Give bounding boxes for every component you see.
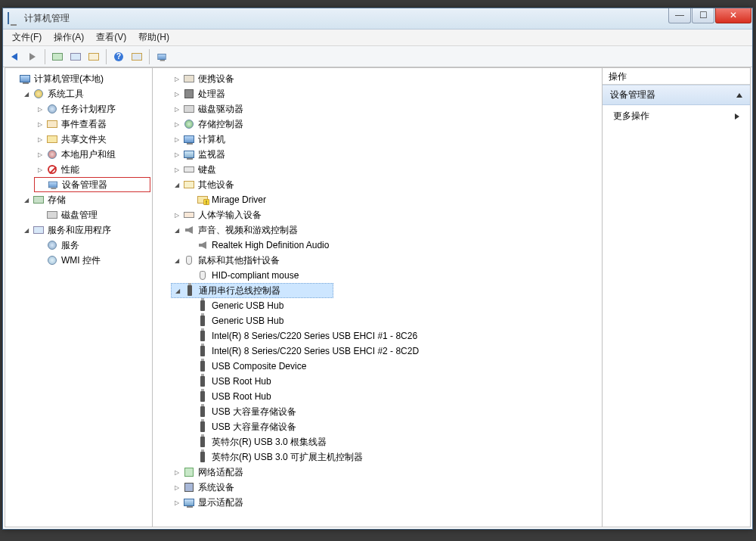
tree-local-users[interactable]: 本地用户和组: [34, 147, 150, 162]
label: 键盘: [198, 163, 216, 176]
label: 鼠标和其他指针设备: [198, 254, 280, 267]
cat-diskdrive[interactable]: 磁盘驱动器: [171, 101, 600, 117]
actions-pane: 操作 设备管理器 更多操作: [603, 68, 750, 527]
tree-performance[interactable]: 性能: [34, 162, 150, 177]
cat-portable[interactable]: 便携设备: [171, 71, 600, 86]
display-icon: [183, 496, 195, 508]
usb-device[interactable]: USB 大容量存储设备: [184, 404, 600, 419]
label: 磁盘驱动器: [198, 103, 243, 116]
usb-device[interactable]: USB Composite Device: [184, 359, 600, 374]
cat-display[interactable]: 显示适配器: [171, 495, 600, 510]
show-hide-tree-button[interactable]: [49, 48, 66, 65]
cat-usb[interactable]: 通用串行总线控制器: [171, 283, 333, 298]
tree-services[interactable]: 服务: [34, 238, 150, 253]
menu-help[interactable]: 帮助(H): [132, 30, 175, 45]
properties-button[interactable]: [85, 48, 102, 65]
left-pane[interactable]: 计算机管理(本地) 系统工具 任务计划程序 事件查看器 共享文件夹 本地用户和组…: [5, 68, 153, 527]
monitor-icon: [183, 148, 195, 160]
menu-file[interactable]: 文件(F): [6, 30, 48, 45]
tree-shared-folders[interactable]: 共享文件夹: [34, 132, 150, 147]
view-mode-button[interactable]: [67, 48, 84, 65]
cat-hid[interactable]: 人体学输入设备: [171, 207, 600, 222]
minimize-button[interactable]: —: [668, 8, 691, 23]
warn-icon: !: [197, 194, 209, 206]
tree-systemtools[interactable]: 系统工具: [20, 86, 150, 101]
tree-services-apps[interactable]: 服务和应用程序: [20, 222, 150, 238]
label: 存储: [48, 194, 66, 207]
maximize-button[interactable]: ☐: [692, 8, 714, 23]
clock-icon: [46, 103, 58, 115]
help-button[interactable]: ?: [110, 48, 127, 65]
actions-selected[interactable]: 设备管理器: [603, 85, 750, 105]
cpu-icon: [183, 88, 195, 100]
share-icon: [46, 133, 58, 145]
usb-icon: [184, 284, 196, 297]
cat-cpu[interactable]: 处理器: [171, 86, 600, 101]
usb-device[interactable]: Intel(R) 8 Series/C220 Series USB EHCI #…: [184, 328, 600, 344]
tree-task-scheduler[interactable]: 任务计划程序: [34, 101, 150, 117]
services-icon: [33, 224, 45, 236]
usb-device[interactable]: Intel(R) 8 Series/C220 Series USB EHCI #…: [184, 344, 600, 359]
tree-wmi[interactable]: WMI 控件: [34, 253, 150, 268]
cat-storage-ctl[interactable]: 存储控制器: [171, 117, 600, 132]
menu-view[interactable]: 查看(V): [90, 30, 132, 45]
help-icon: ?: [114, 52, 123, 61]
label: 事件查看器: [61, 118, 107, 131]
label: 人体学输入设备: [198, 209, 262, 222]
usb-device-list: Generic USB HubGeneric USB HubIntel(R) 8…: [171, 298, 600, 465]
tree-event-viewer[interactable]: 事件查看器: [34, 117, 150, 132]
tree-storage[interactable]: 存储: [20, 192, 150, 207]
usb-icon: [197, 300, 209, 312]
usb-device[interactable]: USB 大容量存储设备: [184, 419, 600, 434]
usb-icon: [197, 451, 209, 463]
cat-other[interactable]: 其他设备: [171, 177, 600, 192]
cat-sound[interactable]: 声音、视频和游戏控制器: [171, 222, 600, 238]
actions-more[interactable]: 更多操作: [603, 105, 750, 127]
label: USB Composite Device: [212, 361, 306, 372]
usb-device[interactable]: USB Root Hub: [184, 389, 600, 404]
titlebar: 计算机管理 — ☐ ✕: [3, 8, 752, 30]
back-button[interactable]: [6, 48, 23, 65]
toolbar-button-1[interactable]: [129, 48, 145, 65]
cat-mouse[interactable]: 鼠标和其他指针设备: [171, 253, 600, 268]
label: 便携设备: [198, 73, 234, 86]
tree-device-manager[interactable]: 设备管理器: [34, 177, 150, 192]
menubar: 文件(F) 操作(A) 查看(V) 帮助(H): [3, 30, 752, 46]
dev-hid-mouse[interactable]: HID-compliant mouse: [184, 268, 600, 283]
forward-button[interactable]: [24, 48, 41, 65]
disk-icon: [183, 103, 195, 115]
tree-root[interactable]: 计算机管理(本地): [7, 71, 150, 86]
props-icon: [88, 53, 99, 61]
cat-network[interactable]: 网络适配器: [171, 465, 600, 480]
tree-disk-mgmt[interactable]: 磁盘管理: [34, 207, 150, 222]
label: 磁盘管理: [61, 209, 98, 222]
actions-header: 操作: [603, 68, 750, 85]
label: 设备管理器: [610, 89, 655, 101]
portable-icon: [183, 73, 195, 85]
disk-icon: [46, 209, 58, 221]
cat-keyboard[interactable]: 键盘: [171, 162, 600, 177]
usb-device[interactable]: USB Root Hub: [184, 374, 600, 389]
dev-mirage-driver[interactable]: !Mirage Driver: [184, 192, 600, 207]
usb-device[interactable]: Generic USB Hub: [184, 313, 600, 328]
menu-action[interactable]: 操作(A): [48, 30, 90, 45]
arrow-right-icon: [29, 53, 36, 61]
cat-sysdev[interactable]: 系统设备: [171, 480, 600, 495]
middle-pane[interactable]: 便携设备 处理器 磁盘驱动器 存储控制器 计算机 监视器 键盘 其他设备 !Mi…: [153, 68, 603, 527]
cat-computer[interactable]: 计算机: [171, 132, 600, 147]
usb-device[interactable]: Generic USB Hub: [184, 298, 600, 313]
usb-icon: [197, 375, 209, 387]
label: 共享文件夹: [61, 133, 107, 146]
label: USB Root Hub: [212, 391, 271, 402]
separator: [45, 49, 45, 64]
label: Realtek High Definition Audio: [212, 240, 329, 250]
usb-icon: [197, 421, 209, 433]
scan-hardware-button[interactable]: [153, 48, 170, 65]
dev-realtek-audio[interactable]: Realtek High Definition Audio: [184, 238, 600, 253]
usb-device[interactable]: 英特尔(R) USB 3.0 根集线器: [184, 434, 600, 449]
cat-monitor[interactable]: 监视器: [171, 147, 600, 162]
usb-device[interactable]: 英特尔(R) USB 3.0 可扩展主机控制器: [184, 449, 600, 465]
usb-icon: [197, 360, 209, 372]
expand-icon: [735, 113, 739, 120]
close-button[interactable]: ✕: [715, 8, 751, 23]
